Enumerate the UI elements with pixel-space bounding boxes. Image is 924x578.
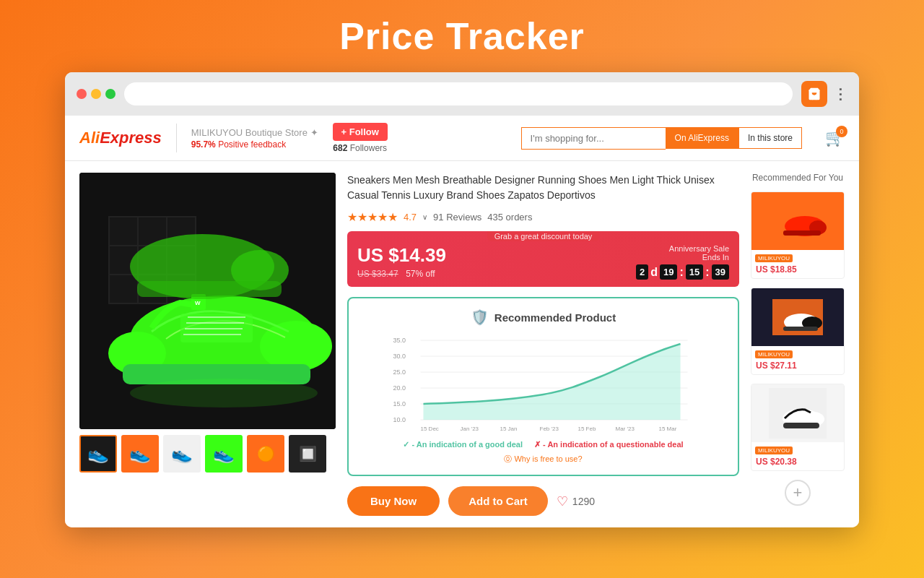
dot-yellow[interactable] (91, 89, 101, 99)
store-header: AliExpress MILIKUYOU Boutique Store ✦ 95… (65, 116, 859, 161)
rec-store-badge-2: MILIKUYOU (755, 350, 793, 358)
thumbnail-6[interactable]: 🔲 (289, 435, 326, 473)
thumbnail-3[interactable]: 👟 (163, 435, 201, 473)
recommended-title: Recommended For You (751, 173, 845, 183)
search-area: On AliExpress In this store (521, 127, 802, 150)
legend-bad: ✗ - An indication of a questionable deal (534, 440, 684, 449)
countdown-seconds: 39 (712, 264, 729, 280)
countdown-days: 2 (636, 264, 648, 280)
browser-chrome: ⋮ (65, 72, 859, 116)
extension-cart-icon[interactable] (801, 81, 827, 107)
svg-rect-49 (783, 230, 821, 236)
svg-point-13 (260, 321, 332, 371)
svg-text:10.0: 10.0 (393, 416, 406, 423)
add-to-cart-button[interactable]: Add to Cart (448, 486, 548, 516)
legend-good: ✓ - An indication of a good deal (403, 440, 523, 449)
cart-badge: 0 (836, 126, 847, 137)
add-more-button[interactable]: + (785, 480, 811, 506)
thumbnail-row: 👟 👟 👟 👟 🟠 🔲 (79, 435, 336, 473)
main-product-image: W (79, 173, 336, 429)
page-title: Price Tracker (339, 14, 585, 58)
svg-text:15 Jan: 15 Jan (500, 426, 518, 432)
chart-legend: ✓ - An indication of a good deal ✗ - An … (359, 440, 728, 449)
svg-text:15 Mar: 15 Mar (659, 426, 677, 432)
svg-rect-58 (783, 423, 819, 428)
thumbnail-2[interactable]: 👟 (121, 435, 159, 473)
svg-text:Feb '23: Feb '23 (540, 426, 559, 432)
current-price: US $14.39 (357, 244, 446, 267)
browser-actions: ⋮ (801, 81, 847, 107)
sale-info: Anniversary Sale Ends In 2 d 19 : 15 : 3… (636, 244, 729, 280)
svg-text:15.0: 15.0 (393, 400, 406, 407)
dot-red[interactable] (77, 89, 87, 99)
svg-rect-4 (108, 216, 110, 303)
chart-title: Recommended Product (494, 311, 616, 324)
aliexpress-logo: AliExpress (79, 129, 162, 147)
svg-point-23 (130, 379, 318, 407)
chart-header: 🛡️ Recommended Product (359, 309, 728, 326)
why-free-link[interactable]: ⓪ Why is free to use? (504, 454, 582, 463)
address-bar[interactable] (124, 82, 793, 105)
buy-now-button[interactable]: Buy Now (347, 486, 440, 516)
wishlist-count: 1290 (572, 496, 595, 507)
product-details: Sneakers Men Mesh Breathable Designer Ru… (347, 173, 739, 516)
main-content: W 👟 👟 👟 (65, 161, 859, 527)
thumbnail-5[interactable]: 🟠 (247, 435, 284, 473)
star-rating: ★★★★★ (347, 210, 398, 224)
svg-text:15 Feb: 15 Feb (578, 426, 596, 432)
chart-footer[interactable]: ⓪ Why is free to use? (359, 454, 728, 465)
product-title: Sneakers Men Mesh Breathable Designer Ru… (347, 173, 739, 203)
followers-info: 682 Followers (333, 143, 387, 153)
rec-item-img-3 (751, 384, 844, 442)
svg-text:W: W (195, 300, 201, 306)
thumbnail-4[interactable]: 👟 (205, 435, 243, 473)
svg-text:Jan '23: Jan '23 (461, 426, 479, 432)
browser-menu-icon[interactable]: ⋮ (833, 85, 847, 103)
search-input[interactable] (521, 127, 666, 150)
search-tab-aliexpress[interactable]: On AliExpress (666, 127, 738, 149)
rec-item-img-1 (751, 192, 844, 250)
svg-rect-54 (783, 327, 818, 331)
svg-rect-26 (137, 281, 282, 297)
price-chart-container: 🛡️ Recommended Product 35.0 30.0 (347, 297, 739, 476)
rec-store-badge-1: MILIKUYOU (755, 254, 793, 262)
rec-price-3: US $20.38 (751, 455, 844, 470)
buy-buttons: Buy Now Add to Cart ♡ 1290 (347, 486, 739, 516)
countdown-minutes: 15 (686, 264, 703, 280)
recommended-item-1[interactable]: MILIKUYOU US $18.85 (751, 191, 845, 279)
rec-price-2: US $27.11 (751, 359, 844, 374)
header-cart-button[interactable]: 🛒 0 (825, 129, 845, 147)
svg-rect-8 (108, 216, 195, 217)
orders-count: 435 orders (487, 212, 532, 223)
dot-green[interactable] (105, 89, 116, 99)
product-images: W 👟 👟 👟 (79, 173, 336, 516)
heart-icon: ♡ (557, 493, 568, 509)
discount-percent: 57% off (406, 269, 435, 279)
shield-icon: 🛡️ (471, 309, 489, 326)
browser-window: ⋮ AliExpress MILIKUYOU Boutique Store ✦ … (65, 72, 859, 527)
rating-number: 4.7 (404, 212, 417, 223)
thumbnail-1[interactable]: 👟 (79, 435, 117, 473)
recommended-item-2[interactable]: MILIKUYOU US $27.11 (751, 288, 845, 375)
svg-text:30.0: 30.0 (393, 353, 406, 360)
discount-label: Grab a great discount today (487, 231, 600, 241)
svg-text:25.0: 25.0 (393, 368, 406, 376)
sale-title: Anniversary Sale (636, 244, 729, 253)
rec-price-1: US $18.85 (751, 263, 844, 278)
svg-text:Mar '23: Mar '23 (616, 426, 635, 432)
svg-text:35.0: 35.0 (393, 337, 406, 344)
reviews-count: 91 Reviews (433, 212, 481, 223)
countdown-hours: 19 (660, 264, 677, 280)
follow-button[interactable]: + Follow (333, 123, 388, 141)
wishlist-button[interactable]: ♡ 1290 (557, 493, 595, 509)
browser-dots (77, 89, 116, 99)
recommended-item-3[interactable]: MILIKUYOU US $20.38 (751, 384, 845, 471)
recommended-sidebar: Recommended For You MILIKUYOU US $18.85 (751, 173, 845, 516)
price-banner: Grab a great discount today US $14.39 US… (347, 231, 739, 287)
store-feedback: 95.7% Positive feedback (191, 139, 318, 150)
svg-point-1 (816, 99, 817, 100)
countdown-timer: 2 d 19 : 15 : 39 (636, 264, 729, 280)
search-tab-store[interactable]: In this store (738, 127, 802, 149)
rec-store-badge-3: MILIKUYOU (755, 447, 793, 454)
sale-subtitle: Ends In (636, 253, 729, 262)
